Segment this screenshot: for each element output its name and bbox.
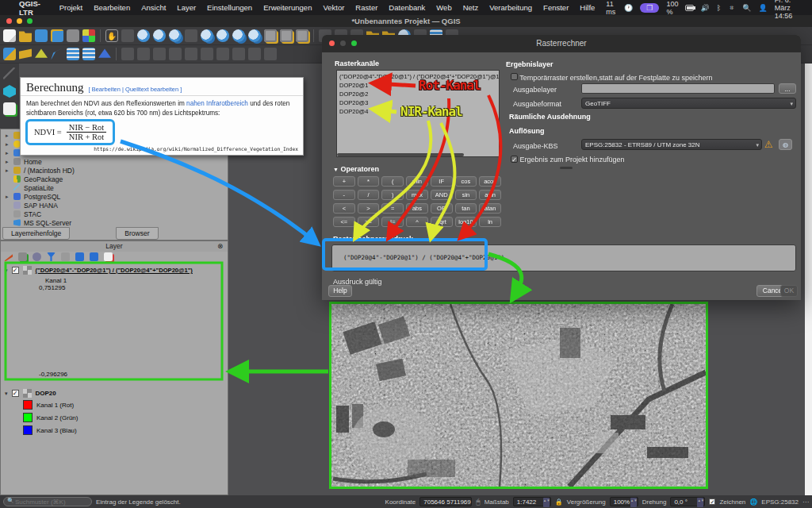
wiki-edit-links[interactable]: [ Bearbeiten | Quelltext bearbeiten ] xyxy=(88,86,182,93)
search-input[interactable] xyxy=(3,497,92,506)
add-feature-icon[interactable] xyxy=(169,48,182,60)
menu-einstellungen[interactable]: Einstellungen xyxy=(207,3,252,12)
op-log10[interactable]: log10 xyxy=(455,217,477,227)
op-and[interactable]: AND xyxy=(431,190,453,200)
zoom-in-icon[interactable] xyxy=(137,29,150,42)
window-minimize-button[interactable] xyxy=(17,18,22,24)
layer-item-dop20[interactable]: ▾ ✓ DOP20 xyxy=(5,389,56,398)
zoom-to-layer-icon[interactable] xyxy=(201,29,213,42)
menu-raster[interactable]: Raster xyxy=(355,3,377,12)
menu-netz[interactable]: Netz xyxy=(463,3,479,12)
menu-app-name[interactable]: QGIS-LTR xyxy=(19,0,48,17)
bluetooth-icon[interactable]: ᛒ xyxy=(717,4,721,12)
screen-mirroring-icon[interactable]: ❐ xyxy=(640,3,659,13)
op-div[interactable]: / xyxy=(358,190,380,200)
collapse-all-icon[interactable] xyxy=(90,252,98,261)
op-mult[interactable]: * xyxy=(358,176,380,187)
output-crs-select[interactable]: EPSG:25832 - ETRS89 / UTM zone 32N▾ xyxy=(581,139,762,150)
op-sin[interactable]: sin xyxy=(455,190,477,200)
tree-item-geopackage[interactable]: GeoPackage xyxy=(1,175,228,183)
new-virtual-layer-icon[interactable] xyxy=(67,48,79,60)
zoom-full-icon[interactable] xyxy=(169,29,182,42)
filter-expression-icon[interactable] xyxy=(61,252,70,261)
menu-bearbeiten[interactable]: Bearbeiten xyxy=(94,3,130,12)
zoom-native-icon[interactable] xyxy=(216,29,229,42)
manage-visibility-icon[interactable] xyxy=(33,252,41,261)
op-if[interactable]: IF xyxy=(431,176,453,187)
zoom-out-icon[interactable] xyxy=(153,29,166,42)
op-or[interactable]: OR xyxy=(431,203,453,214)
menu-layer[interactable]: Layer xyxy=(177,3,196,12)
new-spatial-bookmark-icon[interactable] xyxy=(3,102,16,115)
tree-item-home[interactable]: ▸Home xyxy=(1,157,228,166)
tracking-icon[interactable]: 🖰 xyxy=(476,498,480,506)
band-list-item[interactable]: DOP20@3 xyxy=(339,98,496,107)
lock-icon[interactable]: 🔒 xyxy=(555,498,563,506)
dialog-close-button[interactable] xyxy=(329,40,335,46)
tab-browser[interactable]: Browser xyxy=(116,227,158,240)
expand-arrow-icon[interactable]: ▾ xyxy=(5,267,8,274)
current-edits-icon[interactable] xyxy=(121,48,134,60)
new-project-icon[interactable] xyxy=(3,29,16,42)
messages-icon[interactable]: ⋯ xyxy=(802,498,809,506)
select-crs-button[interactable]: ◍ xyxy=(779,139,792,150)
raster-bands-list[interactable]: ("DOP20@4"-"DOP20@1") / ("DOP20@4"+"DOP2… xyxy=(336,70,500,157)
band-list-item[interactable]: ("DOP20@4"-"DOP20@1") / ("DOP20@4"+"DOP2… xyxy=(339,72,496,81)
op-cos[interactable]: cos xyxy=(455,176,477,187)
temp-raster-checkbox[interactable] xyxy=(511,73,518,80)
window-zoom-button[interactable] xyxy=(27,18,33,24)
op-gt[interactable]: > xyxy=(358,203,380,214)
tree-item-sap-hana[interactable]: SAP HANA xyxy=(1,201,228,210)
menu-erweiterungen[interactable]: Erweiterungen xyxy=(263,3,312,12)
expand-arrow-icon[interactable]: ▾ xyxy=(5,391,8,397)
layer-styling-icon[interactable] xyxy=(4,252,13,261)
zoom-to-selection-icon[interactable] xyxy=(185,29,197,42)
layer-dop20-checkbox[interactable]: ✓ xyxy=(12,390,19,397)
section-drag-handle[interactable] xyxy=(560,167,573,169)
spatial-extent-section[interactable]: Räumliche Ausdehnung xyxy=(509,113,591,121)
data-source-manager-icon[interactable] xyxy=(3,48,16,60)
coordinate-input[interactable]: 705646 5711969 xyxy=(419,497,472,506)
op-sqrt[interactable]: sqrt xyxy=(431,217,453,227)
band-list-item[interactable]: DOP20@1 xyxy=(339,81,496,90)
op-ne[interactable]: != xyxy=(381,217,404,227)
show-layouts-icon[interactable] xyxy=(296,29,308,42)
menu-hilfe[interactable]: Hilfe xyxy=(580,3,595,12)
menu-vektor[interactable]: Vektor xyxy=(323,3,344,12)
op-eq[interactable]: = xyxy=(381,203,404,214)
op-asin[interactable]: asin xyxy=(479,190,501,200)
ok-button[interactable]: OK xyxy=(780,285,798,297)
op-le[interactable]: <= xyxy=(333,217,355,227)
op-lparen[interactable]: ( xyxy=(381,176,404,187)
tree-item-macintosh-hd[interactable]: ▸/ (Macintosh HD) xyxy=(1,166,228,175)
band-list-scrollbar[interactable] xyxy=(337,153,464,156)
delete-selected-icon[interactable] xyxy=(216,48,229,60)
filter-legend-icon[interactable] xyxy=(47,252,56,261)
tree-item-spatialite[interactable]: SpatiaLite xyxy=(1,183,228,192)
modify-attributes-icon[interactable] xyxy=(201,48,213,60)
scale-combo[interactable]: 1:7422 xyxy=(513,497,551,506)
op-atan[interactable]: atan xyxy=(479,203,501,214)
menu-web[interactable]: Web xyxy=(436,3,451,12)
project-properties-icon[interactable] xyxy=(67,29,79,42)
window-close-button[interactable] xyxy=(6,18,12,24)
zoom-next-icon[interactable] xyxy=(248,29,261,42)
new-gpx-layer-icon[interactable] xyxy=(98,48,111,60)
new-geopackage-icon[interactable] xyxy=(51,48,63,60)
menubar-clock[interactable]: Fr. 6. März 14:56 xyxy=(775,0,806,20)
band-list-item[interactable]: DOP20@4 xyxy=(339,107,496,116)
new-3d-map-icon[interactable] xyxy=(3,85,16,98)
op-acos[interactable]: acos xyxy=(479,176,501,187)
menu-datenbank[interactable]: Datenbank xyxy=(389,3,425,12)
user-menu-icon[interactable]: 👤 xyxy=(758,4,767,12)
menu-ansicht[interactable]: Ansicht xyxy=(141,3,166,12)
tree-item-stac[interactable]: STAC xyxy=(1,210,228,218)
volume-icon[interactable]: 🔊 xyxy=(701,4,710,12)
menu-projekt[interactable]: Projekt xyxy=(59,3,83,12)
op-plus[interactable]: + xyxy=(333,176,355,187)
new-mesh-layer-icon[interactable] xyxy=(82,48,95,60)
add-group-icon[interactable] xyxy=(18,252,27,261)
band-list-item[interactable]: DOP20@2 xyxy=(339,90,496,98)
op-minus[interactable]: - xyxy=(333,190,355,200)
op-max[interactable]: max xyxy=(406,190,428,200)
